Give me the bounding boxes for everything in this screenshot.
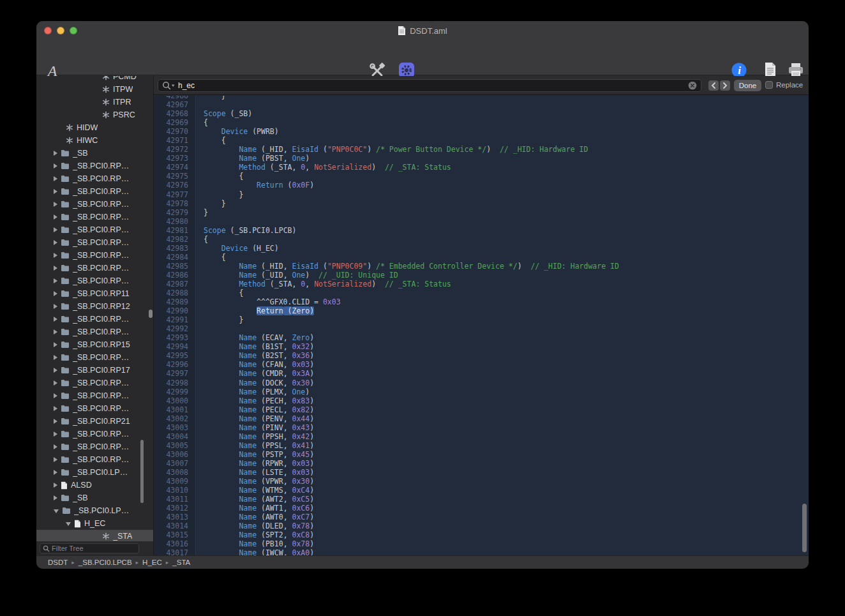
filter-tree-input[interactable] <box>52 545 142 552</box>
folder-icon <box>61 366 70 374</box>
tree-item-_sb-pci0-rp17[interactable]: _SB.PCI0.RP17 <box>36 364 153 377</box>
tree-item-_sb-pci0-rp-[interactable]: _SB.PCI0.RP… <box>36 389 153 402</box>
next-result-icon <box>722 82 728 89</box>
tree-item-_sb-pci0-rp-[interactable]: _SB.PCI0.RP… <box>36 211 153 223</box>
disclosure-collapsed-icon[interactable] <box>54 151 57 156</box>
disclosure-collapsed-icon[interactable] <box>54 278 57 283</box>
disclosure-collapsed-icon[interactable] <box>54 495 57 500</box>
tree-item-_sb-pci0-rp21[interactable]: _SB.PCI0.RP21 <box>36 415 153 428</box>
tree-item-_sb-pci0-rp12[interactable]: _SB.PCI0.RP12 <box>36 300 153 313</box>
search-input[interactable] <box>178 81 685 90</box>
search-field[interactable] <box>158 79 701 92</box>
tree-item-_sb-pci0-rp-[interactable]: _SB.PCI0.RP… <box>36 377 153 389</box>
pane-divider[interactable] <box>153 76 154 555</box>
disclosure-collapsed-icon[interactable] <box>54 253 57 258</box>
search-menu-icon[interactable] <box>162 81 176 90</box>
tree-item-label: _SB.PCI0.RP… <box>73 327 129 336</box>
tree-item-_sb-pci0-rp-[interactable]: _SB.PCI0.RP… <box>36 249 153 262</box>
line-number: 42997 <box>154 369 196 378</box>
tree-item-_sb-pci0-rp-[interactable]: _SB.PCI0.RP… <box>36 185 153 198</box>
replace-checkbox[interactable] <box>765 81 773 89</box>
disclosure-collapsed-icon[interactable] <box>54 342 57 347</box>
tree-item-_sb-pci0-rp-[interactable]: _SB.PCI0.RP… <box>36 351 153 364</box>
tree-item-_sb-pci0-rp15[interactable]: _SB.PCI0.RP15 <box>36 338 153 351</box>
disclosure-collapsed-icon[interactable] <box>54 163 57 169</box>
tree-item-_sb-pci0-lp-[interactable]: _SB.PCI0.LP… <box>36 466 153 479</box>
breadcrumb-item[interactable]: _STA <box>172 559 190 566</box>
code-lines: 42966 }4296742968Scope (_SB)42969{42970 … <box>154 96 809 555</box>
disclosure-collapsed-icon[interactable] <box>54 393 57 398</box>
tree-item-hiwc[interactable]: HIWC <box>36 134 153 147</box>
disclosure-expanded-icon[interactable] <box>66 522 71 526</box>
tree-item-_sb-pci0-rp-[interactable]: _SB.PCI0.RP… <box>36 402 153 415</box>
tree-item-psrc[interactable]: PSRC <box>36 109 153 121</box>
tree-item-_sb-pci0-rp-[interactable]: _SB.PCI0.RP… <box>36 326 153 338</box>
method-icon <box>102 111 110 119</box>
filter-tree-field[interactable] <box>40 543 139 553</box>
done-button[interactable]: Done <box>734 80 761 91</box>
tree-item-_sb-pci0-rp-[interactable]: _SB.PCI0.RP… <box>36 428 153 440</box>
disclosure-collapsed-icon[interactable] <box>54 406 57 411</box>
previous-result-button[interactable] <box>708 80 719 91</box>
tree-item-_sb-pci0-rp-[interactable]: _SB.PCI0.RP… <box>36 440 153 453</box>
next-result-button[interactable] <box>720 80 730 91</box>
tree-item-_sb-pci0-rp-[interactable]: _SB.PCI0.RP… <box>36 313 153 326</box>
title-bar[interactable]: DSDT.aml <box>36 21 809 40</box>
tree-item-_sta[interactable]: _STA <box>36 530 153 543</box>
disclosure-collapsed-icon[interactable] <box>54 355 57 360</box>
line-number: 43015 <box>154 530 196 539</box>
clear-icon[interactable] <box>688 81 697 90</box>
breadcrumb-item[interactable]: _SB.PCI0.LPCB <box>79 559 132 566</box>
tree-item-_sb-pci0-rp-[interactable]: _SB.PCI0.RP… <box>36 160 153 172</box>
disclosure-collapsed-icon[interactable] <box>54 483 57 488</box>
tree-item-itpr[interactable]: ITPR <box>36 96 153 109</box>
disclosure-collapsed-icon[interactable] <box>54 189 57 194</box>
tree-item-_sb-pci0-rp-[interactable]: _SB.PCI0.RP… <box>36 262 153 274</box>
disclosure-collapsed-icon[interactable] <box>54 419 57 424</box>
tree-item-_sb-pci0-rp-[interactable]: _SB.PCI0.RP… <box>36 236 153 249</box>
disclosure-collapsed-icon[interactable] <box>54 291 57 296</box>
tree-item-label: _SB.PCI0.RP… <box>73 264 129 273</box>
tree-item-_sb[interactable]: _SB <box>36 147 153 160</box>
sidebar-scrollbar[interactable] <box>140 440 144 503</box>
tree-item-alsd[interactable]: ALSD <box>36 479 153 492</box>
line-number: 42980 <box>154 217 196 226</box>
disclosure-expanded-icon[interactable] <box>54 509 59 513</box>
editor-scrollbar[interactable] <box>802 504 807 552</box>
tree-item-h_ec[interactable]: H_EC <box>36 517 153 530</box>
disclosure-collapsed-icon[interactable] <box>54 176 57 181</box>
code-line: 43004 Name (PPSH, 0x42) <box>154 432 809 441</box>
disclosure-collapsed-icon[interactable] <box>54 329 57 334</box>
disclosure-collapsed-icon[interactable] <box>54 380 57 386</box>
tree-item-_sb-pci0-lp-[interactable]: _SB.PCI0.LP… <box>36 504 153 517</box>
disclosure-collapsed-icon[interactable] <box>54 214 57 220</box>
folder-icon <box>61 443 70 451</box>
disclosure-collapsed-icon[interactable] <box>54 432 57 437</box>
code-editor[interactable]: 42966 }4296742968Scope (_SB)42969{42970 … <box>154 96 809 555</box>
disclosure-collapsed-icon[interactable] <box>54 368 57 373</box>
disclosure-collapsed-icon[interactable] <box>54 304 57 309</box>
breadcrumb-item[interactable]: H_EC <box>142 559 162 566</box>
code-line: 42995 Name (B2ST, 0x36) <box>154 351 809 360</box>
tree-item-_sb-pci0-rp-[interactable]: _SB.PCI0.RP… <box>36 172 153 185</box>
tree-item-pcmd[interactable]: PCMD <box>36 76 153 83</box>
disclosure-collapsed-icon[interactable] <box>54 317 57 322</box>
breadcrumb-item[interactable]: DSDT <box>48 559 68 566</box>
disclosure-collapsed-icon[interactable] <box>54 457 57 462</box>
tree-item-_sb-pci0-rp-[interactable]: _SB.PCI0.RP… <box>36 453 153 466</box>
tree-item-_sb-pci0-rp11[interactable]: _SB.PCI0.RP11 <box>36 287 153 300</box>
disclosure-collapsed-icon[interactable] <box>54 470 57 475</box>
splitter-handle[interactable] <box>149 310 153 318</box>
tree-item-_sb[interactable]: _SB <box>36 492 153 504</box>
disclosure-collapsed-icon[interactable] <box>54 266 57 271</box>
code-line: 42993 Name (ECAV, Zero) <box>154 333 809 342</box>
tree-item-_sb-pci0-rp-[interactable]: _SB.PCI0.RP… <box>36 274 153 287</box>
tree-item-_sb-pci0-rp-[interactable]: _SB.PCI0.RP… <box>36 198 153 211</box>
disclosure-collapsed-icon[interactable] <box>54 227 57 232</box>
tree-item-_sb-pci0-rp-[interactable]: _SB.PCI0.RP… <box>36 223 153 236</box>
disclosure-collapsed-icon[interactable] <box>54 444 57 449</box>
disclosure-collapsed-icon[interactable] <box>54 240 57 245</box>
disclosure-collapsed-icon[interactable] <box>54 202 57 207</box>
tree-item-itpw[interactable]: ITPW <box>36 83 153 96</box>
tree-item-hidw[interactable]: HIDW <box>36 121 153 134</box>
